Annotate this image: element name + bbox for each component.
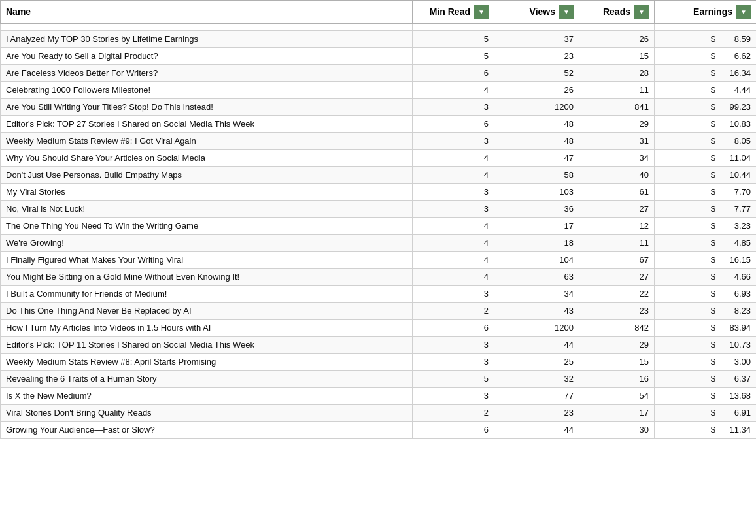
- partial-views: [494, 24, 579, 31]
- row-name: Why You Should Share Your Articles on So…: [1, 150, 413, 167]
- row-reads: 11: [579, 235, 655, 252]
- row-earnings: $4.66: [655, 269, 757, 286]
- row-earnings: $8.05: [655, 133, 757, 150]
- row-reads: 54: [579, 388, 655, 405]
- row-minread: 6: [413, 422, 494, 439]
- row-name: No, Viral is Not Luck!: [1, 201, 413, 218]
- table-row: I Built a Community for Friends of Mediu…: [1, 286, 757, 303]
- row-views: 17: [494, 218, 579, 235]
- row-name: Revealing the 6 Traits of a Human Story: [1, 371, 413, 388]
- earnings-value: 4.66: [718, 272, 751, 282]
- earnings-value: 99.23: [718, 102, 751, 112]
- table-row: Are Faceless Videos Better For Writers?6…: [1, 65, 757, 82]
- dollar-sign: $: [708, 238, 715, 248]
- table-row: I Finally Figured What Makes Your Writin…: [1, 252, 757, 269]
- header-name: Name: [1, 1, 413, 24]
- table-row: No, Viral is Not Luck!33627$7.77: [1, 201, 757, 218]
- earnings-value: 10.44: [718, 170, 751, 180]
- row-name: Are You Ready to Sell a Digital Product?: [1, 48, 413, 65]
- row-name: Growing Your Audience—Fast or Slow?: [1, 422, 413, 439]
- row-minread: 2: [413, 303, 494, 320]
- table-row: Is X the New Medium?37754$13.68: [1, 388, 757, 405]
- partial-minread: [413, 24, 494, 31]
- sort-views-button[interactable]: ▼: [559, 5, 574, 19]
- earnings-value: 3.23: [718, 221, 751, 231]
- earnings-value: 83.94: [718, 323, 751, 333]
- row-earnings: $4.44: [655, 82, 757, 99]
- row-earnings: $7.70: [655, 184, 757, 201]
- row-name: Do This One Thing And Never Be Replaced …: [1, 303, 413, 320]
- row-views: 1200: [494, 320, 579, 337]
- table-row: Weekly Medium Stats Review #9: I Got Vir…: [1, 133, 757, 150]
- row-reads: 12: [579, 218, 655, 235]
- earnings-value: 7.70: [718, 187, 751, 197]
- row-name: Is X the New Medium?: [1, 388, 413, 405]
- row-earnings: $3.00: [655, 354, 757, 371]
- row-earnings: $99.23: [655, 99, 757, 116]
- row-reads: 11: [579, 82, 655, 99]
- dollar-sign: $: [708, 187, 715, 197]
- row-name: Celebrating 1000 Followers Milestone!: [1, 82, 413, 99]
- sort-earnings-button[interactable]: ▼: [736, 5, 751, 19]
- earnings-value: 6.93: [718, 289, 751, 299]
- earnings-value: 8.59: [718, 34, 751, 44]
- row-earnings: $3.23: [655, 218, 757, 235]
- sort-minread-button[interactable]: ▼: [474, 5, 489, 19]
- row-reads: 40: [579, 167, 655, 184]
- header-views-label: Views: [530, 7, 555, 17]
- row-name: We're Growing!: [1, 235, 413, 252]
- row-minread: 4: [413, 167, 494, 184]
- row-views: 37: [494, 31, 579, 48]
- row-minread: 3: [413, 133, 494, 150]
- table-row: Celebrating 1000 Followers Milestone!426…: [1, 82, 757, 99]
- dollar-sign: $: [708, 119, 715, 129]
- row-earnings: $8.23: [655, 303, 757, 320]
- row-minread: 6: [413, 116, 494, 133]
- row-reads: 28: [579, 65, 655, 82]
- earnings-value: 16.15: [718, 255, 751, 265]
- row-name: I Analyzed My TOP 30 Stories by Lifetime…: [1, 31, 413, 48]
- row-minread: 3: [413, 201, 494, 218]
- row-earnings: $10.83: [655, 116, 757, 133]
- earnings-value: 10.83: [718, 119, 751, 129]
- earnings-value: 4.44: [718, 85, 751, 95]
- dollar-sign: $: [708, 221, 715, 231]
- dollar-sign: $: [708, 153, 715, 163]
- dollar-sign: $: [708, 323, 715, 333]
- row-earnings: $83.94: [655, 320, 757, 337]
- sort-reads-button[interactable]: ▼: [634, 5, 649, 19]
- row-minread: 4: [413, 269, 494, 286]
- row-minread: 2: [413, 405, 494, 422]
- dollar-sign: $: [708, 374, 715, 384]
- row-minread: 6: [413, 65, 494, 82]
- row-minread: 3: [413, 337, 494, 354]
- row-name: Editor's Pick: TOP 11 Stories I Shared o…: [1, 337, 413, 354]
- row-reads: 34: [579, 150, 655, 167]
- dollar-sign: $: [708, 391, 715, 401]
- earnings-value: 6.91: [718, 408, 751, 418]
- row-views: 25: [494, 354, 579, 371]
- row-views: 26: [494, 82, 579, 99]
- table-row: Don't Just Use Personas. Build Empathy M…: [1, 167, 757, 184]
- dollar-sign: $: [708, 51, 715, 61]
- row-views: 47: [494, 150, 579, 167]
- row-minread: 5: [413, 31, 494, 48]
- table-row: Viral Stories Don't Bring Quality Reads2…: [1, 405, 757, 422]
- row-reads: 31: [579, 133, 655, 150]
- dollar-sign: $: [708, 340, 715, 350]
- table-row: Revealing the 6 Traits of a Human Story5…: [1, 371, 757, 388]
- data-table: Name Min Read ▼ Views ▼: [0, 0, 756, 439]
- row-views: 23: [494, 405, 579, 422]
- row-name: The One Thing You Need To Win the Writin…: [1, 218, 413, 235]
- row-views: 18: [494, 235, 579, 252]
- earnings-value: 6.62: [718, 51, 751, 61]
- row-minread: 3: [413, 286, 494, 303]
- row-views: 36: [494, 201, 579, 218]
- row-reads: 16: [579, 371, 655, 388]
- row-name: Editor's Pick: TOP 27 Stories I Shared o…: [1, 116, 413, 133]
- row-minread: 3: [413, 184, 494, 201]
- table-row: Weekly Medium Stats Review #8: April Sta…: [1, 354, 757, 371]
- dollar-sign: $: [708, 102, 715, 112]
- row-views: 34: [494, 286, 579, 303]
- row-minread: 5: [413, 48, 494, 65]
